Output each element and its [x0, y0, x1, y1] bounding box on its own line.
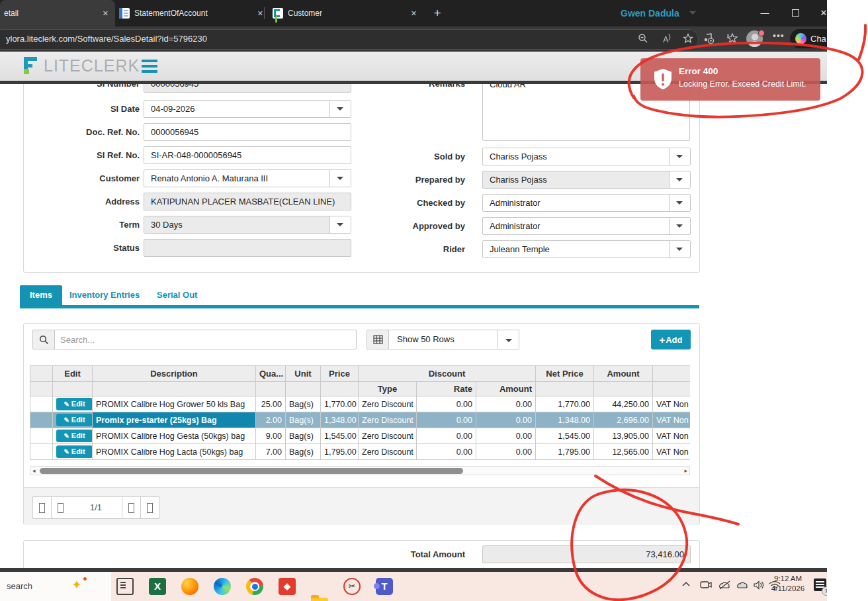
- clock-time: 9:12 AM: [766, 574, 810, 584]
- edit-button[interactable]: ✎Edit: [56, 445, 93, 458]
- unit-header[interactable]: Unit: [286, 366, 321, 382]
- chevron-down-icon[interactable]: [669, 241, 690, 257]
- copilot-label: Cha: [810, 34, 826, 44]
- doc-ref-field[interactable]: 0000056945: [144, 123, 351, 141]
- tab-serial-out[interactable]: Serial Out: [147, 285, 207, 305]
- si-date-select[interactable]: 04-09-2026: [144, 100, 351, 118]
- meet-now-icon[interactable]: [700, 580, 712, 593]
- approved-by-select[interactable]: Administrator: [482, 217, 691, 235]
- search-input[interactable]: [54, 330, 357, 349]
- url-field[interactable]: ylora.liteclerk.com/Software/SalesDetail…: [0, 29, 699, 50]
- amount-header[interactable]: Amount: [594, 366, 653, 382]
- collections-icon[interactable]: [726, 32, 738, 46]
- read-aloud-icon[interactable]: A): [660, 33, 674, 46]
- zoom-out-icon[interactable]: [636, 33, 650, 46]
- table-row[interactable]: ✎Edit PROMIX Calibre Hog Grower 50 kls B…: [30, 396, 691, 412]
- chevron-down-icon[interactable]: [329, 216, 351, 233]
- table-row[interactable]: ✎Edit PROMIX Calibre Hog Gesta (50kgs) b…: [30, 428, 691, 444]
- taskbar-search-box[interactable]: search: [0, 572, 111, 601]
- discount-rate-header[interactable]: Rate: [417, 382, 476, 396]
- restore-icon: [792, 9, 799, 17]
- table-row-selected[interactable]: ✎Edit Promix pre-starter (25kgs) Bag 2.0…: [30, 412, 691, 428]
- restore-button[interactable]: [780, 0, 810, 26]
- description-header[interactable]: Description: [93, 366, 256, 382]
- scroll-left-icon[interactable]: ◂: [32, 467, 36, 475]
- tab-salesdetail[interactable]: etail ✕: [0, 0, 115, 26]
- tab-customer[interactable]: Customer ✕: [267, 0, 425, 26]
- excel-icon[interactable]: X: [149, 578, 166, 595]
- close-window-button[interactable]: ✕: [808, 0, 827, 26]
- close-icon[interactable]: ✕: [100, 9, 111, 18]
- qty-header[interactable]: Qua...: [256, 366, 286, 382]
- prepared-by-select[interactable]: Chariss Pojass: [482, 171, 691, 189]
- snipping-tool-icon[interactable]: ✂: [343, 578, 361, 595]
- vat-type-header[interactable]: Type: [653, 382, 690, 396]
- scroll-right-icon[interactable]: ▸: [684, 467, 687, 475]
- new-tab-button[interactable]: +: [429, 5, 446, 22]
- rider-select[interactable]: Juleann Temple: [482, 240, 691, 258]
- prev-page-button[interactable]: [51, 496, 70, 519]
- item-unit: Bag(s): [286, 444, 321, 460]
- error-toast[interactable]: Error 400 Locking Error. Exceed Credit L…: [640, 58, 820, 101]
- chrome-icon[interactable]: [246, 578, 263, 595]
- discount-amount-header[interactable]: Amount: [476, 382, 536, 396]
- chevron-down-icon[interactable]: [329, 101, 351, 117]
- taskbar-clock[interactable]: 9:12 AM 4/11/2026: [766, 574, 810, 594]
- volume-icon[interactable]: [754, 580, 765, 593]
- next-page-button[interactable]: [122, 496, 141, 519]
- sold-by-select[interactable]: Chariss Pojass: [482, 148, 691, 165]
- favorite-star-icon[interactable]: [681, 33, 695, 46]
- minimize-button[interactable]: —: [750, 0, 780, 26]
- user-menu[interactable]: Gwen Dadula: [621, 8, 679, 19]
- browser-menu-icon[interactable]: •••: [773, 30, 785, 41]
- customer-select[interactable]: Renato Antonio A. Maturana III: [144, 169, 351, 187]
- copilot-spark-icon[interactable]: ✦: [71, 577, 82, 592]
- discount-type-header[interactable]: Type: [359, 382, 417, 396]
- item-discount-rate: 0.00: [417, 396, 476, 412]
- doc-ref-label: Doc. Ref. No.: [37, 123, 140, 141]
- prepared-by-value: Chariss Pojass: [490, 175, 547, 185]
- item-discount-amount: 0.00: [476, 396, 536, 412]
- rows-per-page-select[interactable]: Show 50 Rows: [388, 330, 498, 349]
- chevron-down-icon[interactable]: [669, 195, 690, 211]
- chevron-down-icon[interactable]: [329, 170, 351, 187]
- task-view-icon[interactable]: [116, 578, 134, 595]
- table-row[interactable]: ✎Edit PROMIX Calibre Hog Lacta (50kgs) b…: [30, 444, 691, 460]
- price-header[interactable]: Price: [321, 366, 359, 382]
- close-icon[interactable]: ✕: [408, 9, 419, 18]
- last-page-button[interactable]: [140, 496, 159, 519]
- copilot-button[interactable]: Cha: [790, 29, 827, 48]
- menu-hamburger-icon[interactable]: [142, 60, 157, 73]
- search-button[interactable]: [32, 330, 55, 349]
- scrollbar-thumb[interactable]: [40, 468, 463, 474]
- add-item-button[interactable]: +Add: [651, 330, 691, 349]
- checked-by-select[interactable]: Administrator: [482, 194, 691, 212]
- onedrive-paused-icon[interactable]: [718, 580, 731, 593]
- red-app-icon[interactable]: ◈: [279, 578, 296, 595]
- tab-items[interactable]: Items: [20, 285, 62, 305]
- edit-button[interactable]: ✎Edit: [56, 430, 93, 442]
- cloud-icon[interactable]: [736, 580, 749, 593]
- total-amount-field: 73,416.00: [482, 545, 691, 563]
- tab-statementofaccount[interactable]: StatementOfAccount ✕: [114, 0, 271, 26]
- edge-icon[interactable]: [214, 578, 231, 595]
- chevron-down-icon[interactable]: [669, 171, 690, 188]
- edit-button[interactable]: ✎Edit: [56, 414, 93, 426]
- tray-chevron-icon[interactable]: [681, 580, 691, 592]
- chevron-down-icon[interactable]: [669, 148, 690, 165]
- teams-icon[interactable]: T: [376, 578, 393, 595]
- edit-button[interactable]: ✎Edit: [56, 398, 93, 410]
- vat-header[interactable]: VAT: [653, 366, 690, 382]
- chevron-down-icon[interactable]: [498, 330, 519, 349]
- si-ref-field[interactable]: SI-AR-048-0000056945: [144, 146, 351, 164]
- term-select[interactable]: 30 Days: [144, 216, 351, 234]
- firefox-icon[interactable]: [181, 578, 198, 595]
- media-controls-icon[interactable]: [703, 32, 715, 46]
- chevron-down-icon[interactable]: [669, 218, 690, 234]
- file-explorer-icon[interactable]: [311, 598, 328, 601]
- horizontal-scrollbar[interactable]: ◂ ▸: [30, 466, 690, 475]
- tab-inventory-entries[interactable]: Inventory Entries: [60, 285, 150, 305]
- net-price-header[interactable]: Net Price: [536, 366, 594, 382]
- grid-view-button[interactable]: [367, 330, 389, 349]
- first-page-button[interactable]: [32, 496, 52, 519]
